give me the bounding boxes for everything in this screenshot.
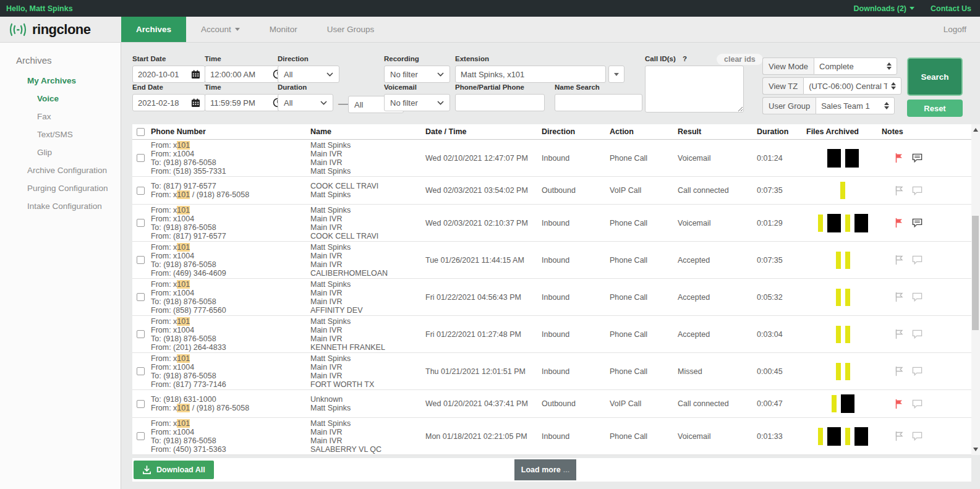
recording-field: Recording No filter (384, 55, 450, 83)
note-bubble-icon[interactable] (912, 431, 922, 441)
flag-icon[interactable] (894, 153, 905, 163)
extension-dropdown-button[interactable] (608, 66, 624, 83)
row-checkbox[interactable] (137, 187, 145, 195)
start-time-input[interactable] (205, 70, 268, 79)
note-bubble-icon[interactable] (912, 329, 922, 339)
flag-icon[interactable] (894, 431, 905, 441)
note-bubble-icon[interactable] (912, 218, 922, 228)
table-scrollbar[interactable] (971, 124, 980, 455)
nav-bar: ringclone ArchivesAccountMonitorUser Gro… (0, 17, 980, 43)
note-bubble-icon[interactable] (912, 399, 922, 409)
sidebar-item-text-sms[interactable]: Text/SMS (0, 125, 121, 143)
archived-file-audio-icon[interactable] (845, 289, 850, 306)
sidebar-item-archive-configuration[interactable]: Archive Configuration (0, 161, 121, 179)
archived-file-audio-icon[interactable] (845, 363, 850, 380)
flag-icon[interactable] (894, 185, 905, 196)
note-bubble-icon[interactable] (912, 255, 922, 265)
end-time-input[interactable] (205, 98, 268, 108)
archived-file-audio-icon[interactable] (832, 395, 837, 412)
sidebar-item-glip[interactable]: Glip (0, 143, 121, 161)
row-checkbox[interactable] (137, 154, 145, 162)
note-bubble-icon[interactable] (912, 153, 922, 163)
scroll-down-arrow-icon[interactable] (971, 445, 980, 454)
datetime-cell: Mon 01/18/2021 02:21:05 PM (425, 418, 542, 454)
brand-logo[interactable]: ringclone (0, 17, 121, 42)
row-checkbox[interactable] (137, 367, 145, 375)
flag-icon[interactable] (894, 218, 905, 228)
archived-file-document-icon[interactable] (827, 427, 841, 446)
extension-input[interactable] (456, 70, 605, 79)
archived-file-audio-icon[interactable] (836, 289, 841, 306)
voicemail-select[interactable]: No filter (384, 94, 450, 111)
archived-file-document-icon[interactable] (845, 149, 859, 168)
tab-user-groups[interactable]: User Groups (312, 17, 390, 42)
name-search-input[interactable] (555, 98, 642, 108)
downloads-menu[interactable]: Downloads (2) (854, 4, 914, 13)
duration-min-select[interactable]: All (278, 94, 333, 111)
archived-file-audio-icon[interactable] (845, 326, 850, 343)
sidebar-item-purging-configuration[interactable]: Purging Configuration (0, 179, 121, 197)
chevron-down-icon (910, 7, 914, 10)
row-checkbox[interactable] (137, 432, 145, 440)
end-time-label: Time (205, 83, 287, 92)
end-date-input[interactable] (133, 98, 186, 108)
sidebar-item-voice[interactable]: Voice (0, 90, 121, 108)
tab-label: Account (201, 25, 231, 34)
archived-file-document-icon[interactable] (854, 427, 868, 446)
archived-file-audio-icon[interactable] (845, 215, 850, 232)
scrollbar-thumb[interactable] (972, 216, 979, 330)
archived-file-document-icon[interactable] (841, 394, 854, 413)
clear-ids-link[interactable]: clear ids (717, 54, 763, 65)
archived-file-audio-icon[interactable] (845, 428, 850, 445)
flag-icon[interactable] (894, 329, 905, 339)
note-bubble-icon[interactable] (912, 366, 922, 376)
calendar-icon[interactable] (186, 66, 205, 82)
download-all-button[interactable]: Download All (134, 461, 214, 479)
archived-file-audio-icon[interactable] (836, 252, 841, 269)
row-checkbox[interactable] (137, 219, 145, 227)
sidebar-item-my-archives[interactable]: My Archives (0, 72, 121, 90)
flag-icon[interactable] (894, 366, 905, 376)
logoff-link[interactable]: Logoff (944, 17, 980, 42)
note-bubble-icon[interactable] (912, 292, 922, 302)
sidebar-item-fax[interactable]: Fax (0, 108, 121, 125)
call-ids-help[interactable]: ? (683, 55, 687, 62)
archived-file-audio-icon[interactable] (836, 363, 841, 380)
tab-archives[interactable]: Archives (121, 17, 186, 42)
select-all-checkbox[interactable] (137, 128, 145, 136)
calendar-icon[interactable] (186, 95, 205, 111)
tab-account[interactable]: Account (186, 17, 255, 42)
start-date-input[interactable] (133, 70, 186, 79)
archived-file-audio-icon[interactable] (845, 252, 850, 269)
archived-file-document-icon[interactable] (854, 214, 868, 232)
row-checkbox[interactable] (137, 256, 145, 264)
reset-button[interactable]: Reset (907, 100, 963, 117)
archived-file-audio-icon[interactable] (818, 428, 823, 445)
archived-file-audio-icon[interactable] (836, 326, 841, 343)
search-button[interactable]: Search (907, 57, 963, 96)
sidebar-item-intake-configuration[interactable]: Intake Configuration (0, 197, 121, 215)
archived-file-document-icon[interactable] (827, 149, 841, 168)
flag-icon[interactable] (894, 255, 905, 265)
direction-select[interactable]: All (278, 66, 339, 83)
results-table: Phone NumberNameDate / TimeDirectionActi… (132, 124, 971, 455)
recording-select[interactable]: No filter (384, 66, 450, 83)
archived-file-audio-icon[interactable] (818, 215, 823, 232)
archived-file-audio-icon[interactable] (840, 182, 845, 199)
view-mode-select[interactable]: Complete (814, 57, 897, 75)
scroll-up-arrow-icon[interactable] (971, 125, 980, 134)
contact-us-link[interactable]: Contact Us (931, 4, 971, 13)
note-bubble-icon[interactable] (912, 185, 922, 196)
row-checkbox[interactable] (137, 330, 145, 338)
row-checkbox[interactable] (137, 293, 145, 301)
row-checkbox[interactable] (137, 400, 145, 408)
flag-icon[interactable] (894, 292, 905, 302)
user-group-select[interactable]: Sales Team 1 (816, 97, 895, 114)
flag-icon[interactable] (894, 399, 905, 409)
view-tz-select[interactable]: (UTC-06:00) Central Timı (803, 77, 901, 95)
tab-monitor[interactable]: Monitor (255, 17, 312, 42)
archived-file-document-icon[interactable] (827, 214, 841, 232)
call-ids-textarea[interactable] (645, 66, 744, 113)
phone-search-input[interactable] (456, 98, 544, 108)
load-more-button[interactable]: Load more ... (514, 459, 576, 480)
